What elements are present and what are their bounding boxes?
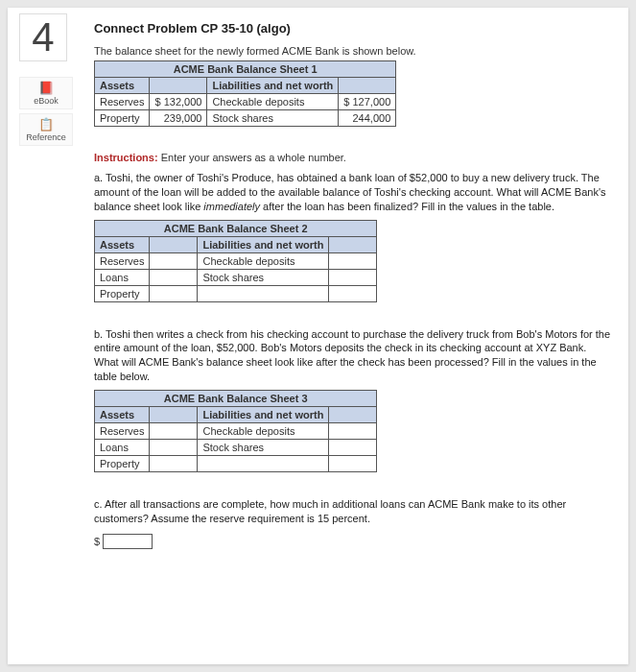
sheet2-loans-label: Loans — [95, 269, 150, 285]
sheet3-assets-hdr: Assets — [95, 406, 150, 422]
part-b-text: b. Toshi then writes a check from his ch… — [94, 327, 611, 384]
sheet3-stock-label: Stock shares — [198, 439, 329, 455]
sheet1-assets-hdr: Assets — [95, 78, 150, 94]
reference-icon: 📋 — [38, 117, 54, 132]
sheet1-checkable-label: Checkable deposits — [207, 94, 339, 110]
sheet1-property-val: 239,000 — [150, 110, 207, 127]
sheet3-checkable-input[interactable] — [329, 422, 377, 439]
sheet3-property-label: Property — [95, 455, 150, 471]
sheet3-loans-label: Loans — [95, 439, 150, 455]
sheet1-reserves-val: $ 132,000 — [150, 94, 207, 110]
sheet3-loans-input[interactable] — [150, 439, 198, 455]
ebook-icon: 📕 — [38, 81, 54, 95]
sheet3-reserves-input[interactable] — [150, 422, 198, 439]
sidebar-ebook-label: eBook — [34, 96, 59, 106]
sheet2-caption: ACME Bank Balance Sheet 2 — [95, 220, 377, 236]
sheet3-stock-input[interactable] — [329, 439, 377, 455]
part-c-input[interactable] — [103, 534, 153, 549]
sheet2-stock-input[interactable] — [329, 269, 377, 285]
sheet2-property-label: Property — [95, 285, 150, 301]
balance-sheet-2: ACME Bank Balance Sheet 2 Assets Liabili… — [94, 220, 377, 302]
sheet2-checkable-label: Checkable deposits — [198, 252, 329, 269]
sheet2-reserves-input[interactable] — [150, 252, 198, 269]
sheet2-checkable-input[interactable] — [329, 252, 377, 269]
dollar-sign: $ — [94, 536, 100, 547]
part-c-answer: $ — [94, 534, 153, 549]
balance-sheet-3: ACME Bank Balance Sheet 3 Assets Liabili… — [94, 390, 377, 472]
instructions-text: Enter your answers as a whole number. — [158, 152, 346, 163]
part-c-text: c. After all transactions are complete, … — [94, 497, 611, 526]
sidebar-ebook[interactable]: 📕 eBook — [19, 77, 73, 109]
main-content: Connect Problem CP 35-10 (algo) The bala… — [82, 8, 628, 557]
sheet1-caption: ACME Bank Balance Sheet 1 — [95, 61, 396, 78]
sidebar: 📕 eBook 📋 Reference — [15, 77, 77, 146]
sheet2-stock-label: Stock shares — [198, 269, 329, 285]
sheet3-checkable-label: Checkable deposits — [198, 422, 329, 439]
intro-text: The balance sheet for the newly formed A… — [94, 45, 611, 57]
sheet2-liab-hdr: Liabilities and net worth — [198, 236, 329, 252]
step-number: 4 — [19, 13, 67, 61]
problem-title: Connect Problem CP 35-10 (algo) — [94, 21, 611, 36]
sheet3-liab-hdr: Liabilities and net worth — [198, 406, 329, 422]
page-container: 4 📕 eBook 📋 Reference Connect Problem CP… — [8, 8, 628, 664]
balance-sheet-1: ACME Bank Balance Sheet 1 Assets Liabili… — [94, 60, 396, 127]
sidebar-reference-label: Reference — [26, 132, 66, 142]
instructions-label: Instructions: — [94, 152, 158, 163]
sheet1-stock-val: 244,000 — [339, 110, 396, 127]
sheet2-property-input[interactable] — [150, 285, 198, 301]
instructions: Instructions: Enter your answers as a wh… — [94, 152, 611, 163]
sheet2-assets-hdr: Assets — [95, 236, 150, 252]
sheet1-stock-label: Stock shares — [207, 110, 339, 127]
sheet2-reserves-label: Reserves — [95, 252, 150, 269]
sheet1-reserves-label: Reserves — [95, 94, 150, 110]
sheet3-caption: ACME Bank Balance Sheet 3 — [95, 390, 377, 406]
sheet3-reserves-label: Reserves — [95, 422, 150, 439]
sidebar-reference[interactable]: 📋 Reference — [19, 113, 73, 146]
sheet3-property-input[interactable] — [150, 455, 198, 471]
sheet1-liab-hdr: Liabilities and net worth — [207, 78, 339, 94]
part-a-text: a. Toshi, the owner of Toshi's Produce, … — [94, 171, 611, 214]
sheet1-checkable-val: $ 127,000 — [339, 94, 396, 110]
sheet1-property-label: Property — [95, 110, 150, 127]
sheet2-loans-input[interactable] — [150, 269, 198, 285]
